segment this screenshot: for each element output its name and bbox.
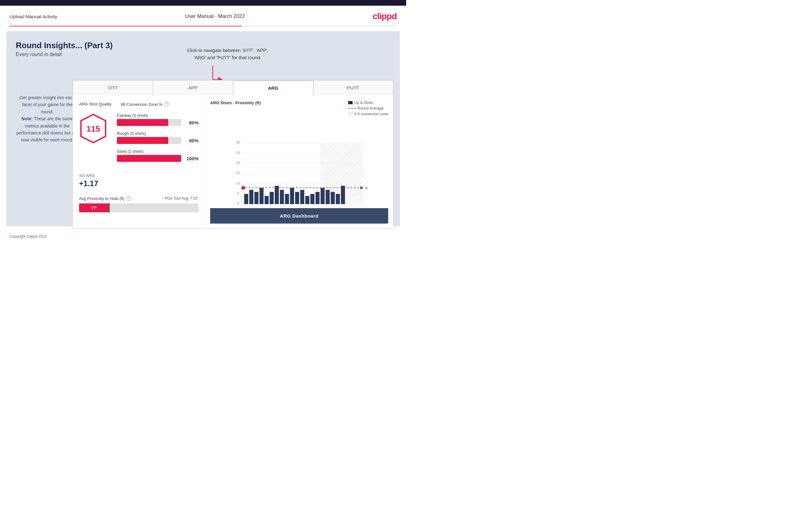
sg-label: SG ARG <box>79 173 199 178</box>
footer-copyright: Copyright Clippd 2021 <box>9 234 47 239</box>
svg-rect-21 <box>260 188 264 204</box>
svg-text:20: 20 <box>236 161 241 165</box>
proximity-cursor <box>109 203 110 213</box>
hexagon-value: 115 <box>86 124 100 134</box>
tab-ott[interactable]: OTT <box>73 80 153 96</box>
clippd-logo: clippd <box>373 11 397 21</box>
legend-6ft-label: 6 ft conversion zone <box>354 112 388 116</box>
bar-pct-rough: 80% <box>184 138 199 143</box>
legend-item-round-avg: Round Average <box>348 106 388 111</box>
svg-text:30: 30 <box>236 140 241 145</box>
svg-rect-28 <box>295 192 299 204</box>
svg-text:8: 8 <box>365 186 368 190</box>
chart-legend: Up & Down Round Average 6 ft conversion … <box>348 101 388 116</box>
note-bold: Note: <box>21 116 33 121</box>
svg-rect-18 <box>244 194 248 204</box>
help-icon[interactable]: ? <box>164 102 169 107</box>
legend-round-avg-label: Round Average <box>358 106 384 111</box>
header-divider <box>9 26 397 26</box>
tab-putt[interactable]: PUTT <box>313 80 393 96</box>
svg-rect-27 <box>290 188 294 204</box>
legend-item-6ft: 6 ft conversion zone <box>348 112 388 116</box>
chart-area: 0 5 10 15 20 25 30 <box>210 120 388 208</box>
hexagon: 115 <box>79 113 107 145</box>
proximity-label: Avg Proximity to Hole (ft) <box>79 196 124 201</box>
svg-rect-31 <box>310 194 314 204</box>
bar-track-sand: 100% <box>117 155 199 162</box>
svg-text:25: 25 <box>236 151 241 155</box>
pga-avg-label: ↑ PGA Tour Avg: 7'10" <box>162 196 199 201</box>
proximity-section: Avg Proximity to Hole (ft) ? ↑ PGA Tour … <box>79 196 199 212</box>
svg-text:15: 15 <box>236 171 241 175</box>
panel-header: ARG Shot Quality 6ft Conversion Zone % ? <box>79 102 199 107</box>
bar-row-sand: Sand (1 shots) 100% <box>117 149 199 162</box>
conversion-zone-label: 6ft Conversion Zone % <box>121 102 163 107</box>
bar-pct-fairway: 80% <box>184 120 199 125</box>
header-left: Upload Manual Activity <box>9 14 57 19</box>
left-panel: ARG Shot Quality 6ft Conversion Zone % ?… <box>73 96 205 229</box>
svg-rect-25 <box>280 190 284 204</box>
proximity-bar-track: 77' <box>79 204 199 212</box>
right-panel-header: ARG Shots - Proximity (ft) Up & Down Rou… <box>210 101 388 116</box>
svg-rect-36 <box>326 190 330 204</box>
chart-title: ARG Shots - Proximity (ft) <box>210 101 261 105</box>
legend-box-updown <box>348 101 353 104</box>
right-panel: ARG Shots - Proximity (ft) Up & Down Rou… <box>205 96 393 229</box>
svg-text:10: 10 <box>236 181 241 185</box>
chart-svg: 0 5 10 15 20 25 30 <box>210 120 388 208</box>
bar-bg-fairway <box>117 119 181 126</box>
nav-hint-line2: 'ARG' and 'PUTT' for that round. <box>194 55 261 60</box>
svg-text:0: 0 <box>237 201 239 206</box>
arg-dashboard-button[interactable]: ARG Dashboard <box>210 208 388 224</box>
footer: Copyright Clippd 2021 <box>0 231 406 242</box>
svg-rect-23 <box>270 192 274 204</box>
svg-rect-19 <box>249 190 253 204</box>
svg-rect-39 <box>341 186 345 204</box>
legend-dashed-icon <box>348 108 356 109</box>
svg-rect-35 <box>320 188 324 204</box>
bar-row-rough: Rough (5 shots) 80% <box>117 131 199 144</box>
svg-rect-22 <box>265 196 269 204</box>
hexagon-container: 115 Fairway (5 shots) 80% <box>79 113 199 167</box>
svg-text:5: 5 <box>237 191 239 195</box>
proximity-value: 77' <box>91 206 97 210</box>
bar-label-fairway: Fairway (5 shots) <box>117 113 199 118</box>
main-content: Round Insights... (Part 3) Every round i… <box>6 31 400 226</box>
header: Upload Manual Activity User Manual - Mar… <box>0 6 406 26</box>
tabs-container: OTT APP ARG PUTT <box>73 80 393 96</box>
header-center-label: User Manual - March 2022 <box>185 13 245 19</box>
bar-fill-fairway <box>117 119 168 126</box>
legend-item-updown: Up & Down <box>348 101 388 105</box>
nav-hint: Click to navigate between 'OTT', 'APP', … <box>187 47 268 61</box>
svg-rect-32 <box>315 192 319 204</box>
tab-arg[interactable]: ARG <box>233 80 313 96</box>
bars-section: Fairway (5 shots) 80% Rough (5 shots) <box>117 113 199 167</box>
svg-rect-29 <box>300 190 304 204</box>
bar-pct-sand: 100% <box>184 156 199 161</box>
tab-app[interactable]: APP <box>153 80 233 96</box>
proximity-bar-fill: 77' <box>79 204 109 212</box>
bar-label-rough: Rough (5 shots) <box>117 131 199 136</box>
upload-manual-activity-link[interactable]: Upload Manual Activity <box>9 14 57 19</box>
dashboard-card: OTT APP ARG PUTT ARG Shot Quality 6ft Co… <box>72 80 394 229</box>
bar-fill-rough <box>117 137 168 144</box>
proximity-help-icon[interactable]: ? <box>126 196 132 201</box>
legend-updown-label: Up & Down <box>354 101 374 105</box>
svg-rect-30 <box>305 196 309 204</box>
card-body: ARG Shot Quality 6ft Conversion Zone % ?… <box>73 96 393 229</box>
bar-label-sand: Sand (1 shots) <box>117 149 199 154</box>
sg-value: +1.17 <box>79 179 199 188</box>
legend-hatched-icon <box>348 112 353 116</box>
svg-rect-24 <box>275 186 279 204</box>
sg-section: SG ARG +1.17 <box>79 173 199 188</box>
bar-track-fairway: 80% <box>117 119 199 126</box>
arg-shot-quality-label: ARG Shot Quality <box>79 102 111 107</box>
bar-bg-rough <box>117 137 181 144</box>
nav-hint-line1: Click to navigate between 'OTT', 'APP', <box>187 48 268 53</box>
svg-rect-20 <box>254 192 258 204</box>
proximity-header: Avg Proximity to Hole (ft) ? ↑ PGA Tour … <box>79 196 199 201</box>
bar-fill-sand <box>117 155 181 162</box>
bar-track-rough: 80% <box>117 137 199 144</box>
svg-rect-37 <box>331 192 335 204</box>
top-bar <box>0 0 406 6</box>
